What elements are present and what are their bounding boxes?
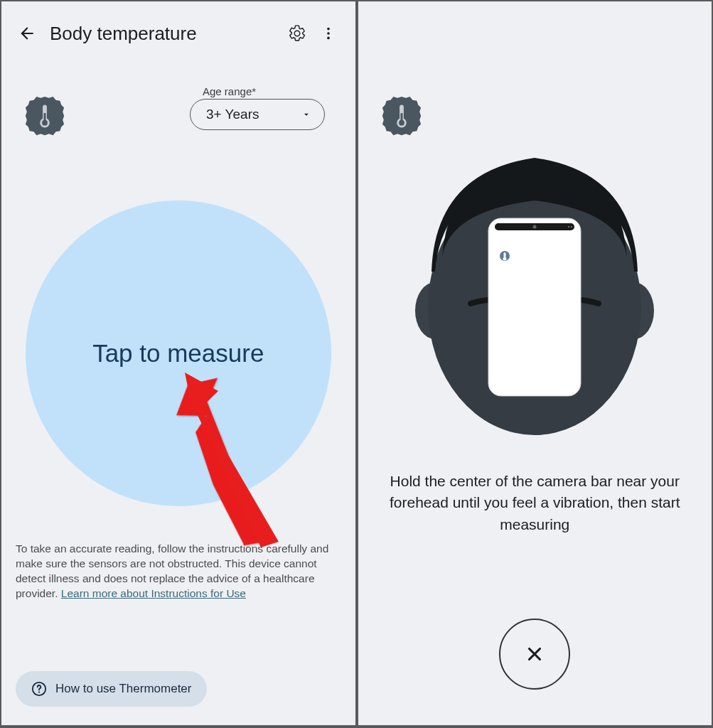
thermometer-icon [23, 94, 67, 138]
thermometer-icon [380, 94, 424, 138]
svg-point-15 [399, 120, 404, 126]
screen-instruction: Hold the center of the camera bar near y… [358, 1, 712, 725]
forehead-instruction-illustration [392, 144, 677, 442]
tap-to-measure-button[interactable]: Tap to measure [26, 200, 331, 506]
chevron-down-icon [301, 109, 311, 119]
close-icon [524, 643, 545, 665]
age-range-field: Age range* 3+ Years [190, 85, 325, 130]
svg-point-23 [571, 226, 572, 228]
thermometer-badge [380, 94, 424, 138]
svg-point-21 [533, 225, 537, 229]
disclaimer-text: To take an accurate reading, follow the … [16, 542, 341, 601]
more-button[interactable] [313, 18, 344, 49]
page-title: Body temperature [50, 23, 282, 45]
svg-point-26 [503, 257, 507, 261]
thermometer-badge [23, 94, 67, 138]
howto-label: How to use Thermometer [55, 682, 191, 696]
instruction-text: Hold the center of the camera bar near y… [380, 471, 691, 535]
back-button[interactable] [13, 19, 41, 48]
help-icon [31, 681, 47, 697]
app-header: Body temperature [1, 1, 355, 51]
more-vert-icon [321, 26, 336, 41]
arrow-back-icon [18, 24, 36, 43]
instructions-link[interactable]: Learn more about Instructions for Use [61, 587, 246, 599]
svg-point-6 [42, 120, 48, 126]
svg-point-1 [327, 32, 330, 35]
gear-icon [288, 24, 306, 43]
settings-button[interactable] [282, 18, 313, 49]
age-range-dropdown[interactable]: 3+ Years [190, 99, 325, 130]
age-range-label: Age range* [203, 85, 325, 97]
how-to-use-button[interactable]: How to use Thermometer [16, 671, 207, 707]
age-range-value: 3+ Years [206, 107, 259, 122]
measure-label: Tap to measure [92, 339, 264, 368]
svg-rect-19 [488, 218, 581, 396]
svg-rect-25 [504, 252, 506, 257]
screen-measure: Body temperature Age range* 3+ Years [1, 1, 355, 725]
svg-point-22 [568, 226, 569, 228]
svg-point-11 [38, 691, 40, 692]
close-button[interactable] [499, 619, 570, 690]
svg-point-2 [327, 37, 330, 40]
svg-point-0 [327, 28, 330, 31]
